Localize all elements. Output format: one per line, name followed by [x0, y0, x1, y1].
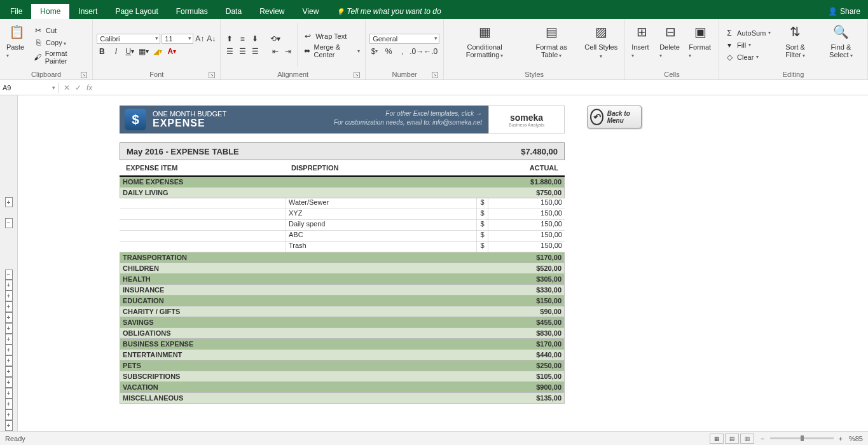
copy-button[interactable]: ⎘Copy [32, 37, 88, 48]
border-button[interactable]: ▦▾ [139, 46, 149, 57]
decrease-font-icon[interactable]: A↓ [206, 34, 216, 44]
insert-cells-button[interactable]: ⊞Insert [629, 20, 654, 69]
wrap-text-button[interactable]: ↩Wrap Text [301, 31, 361, 42]
merge-center-button[interactable]: ⬌Merge & Center [301, 43, 361, 59]
tab-formulas[interactable]: Formulas [167, 4, 217, 19]
category-row[interactable]: SUBSCRIPTIONS$105,00 [120, 371, 565, 382]
detail-row[interactable]: Water/Sewer$150,00 [120, 198, 565, 209]
alignment-dialog-launcher[interactable]: ↘ [354, 72, 360, 78]
outline-expand-button[interactable]: + [5, 377, 13, 388]
category-row[interactable]: BUSINESS EXPENSE$170,00 [120, 339, 565, 350]
page-layout-view-button[interactable]: ▤ [725, 434, 739, 444]
cell-styles-button[interactable]: ▨Cell Styles [581, 20, 621, 69]
category-row[interactable]: TRANSPORTATION$170,00 [120, 252, 565, 263]
outline-expand-button[interactable]: + [5, 280, 13, 291]
category-row[interactable]: CHILDREN$520,00 [120, 263, 565, 274]
outline-expand-button[interactable]: + [5, 399, 13, 409]
outline-expand-button[interactable]: + [5, 312, 13, 323]
back-to-menu-button[interactable]: ↶ Back to Menu [587, 106, 642, 128]
category-row[interactable]: HOME EXPENSES$1.880,00 [120, 177, 565, 188]
autosum-button[interactable]: ΣAutoSum [723, 27, 772, 39]
decrease-decimal-button[interactable]: ←.0 [425, 46, 436, 57]
outline-expand-button[interactable]: + [5, 420, 13, 431]
worksheet-canvas[interactable]: $ ONE MONTH BUDGET EXPENSE For other Exc… [18, 95, 868, 431]
tab-review[interactable]: Review [251, 4, 293, 19]
increase-decimal-button[interactable]: .0→ [411, 46, 422, 57]
increase-font-icon[interactable]: A↑ [195, 34, 205, 44]
tab-home[interactable]: Home [31, 4, 69, 19]
align-right-icon[interactable]: ☰ [250, 46, 260, 57]
outline-expand-button[interactable]: + [5, 334, 13, 345]
format-cells-button[interactable]: ▣Format [686, 20, 715, 69]
tell-me-search[interactable]: Tell me what you want to do [327, 4, 450, 19]
category-row[interactable]: DAILY LIVING$750,00 [120, 188, 565, 198]
category-row[interactable]: ENTERTAINMENT$440,00 [120, 350, 565, 360]
increase-indent-icon[interactable]: ⇥ [283, 46, 293, 57]
outline-collapse-button[interactable]: − [5, 270, 13, 280]
detail-row[interactable]: ABC$150,00 [120, 231, 565, 242]
number-dialog-launcher[interactable]: ↘ [432, 72, 438, 78]
align-left-icon[interactable]: ☰ [224, 46, 235, 57]
tab-file[interactable]: File [1, 4, 31, 19]
detail-row[interactable]: Daily spend$150,00 [120, 220, 565, 231]
paste-button[interactable]: 📋Paste [4, 20, 29, 69]
accounting-format-button[interactable]: $ [369, 46, 380, 57]
percent-format-button[interactable]: % [383, 46, 394, 57]
tab-insert[interactable]: Insert [69, 4, 106, 19]
cut-button[interactable]: ✂Cut [32, 25, 88, 36]
cancel-formula-icon[interactable]: ✕ [64, 83, 70, 92]
align-bottom-icon[interactable]: ⬇ [250, 34, 260, 44]
zoom-out-button[interactable]: − [761, 435, 764, 442]
conditional-formatting-button[interactable]: ▦Conditional Formatting [448, 20, 521, 69]
decrease-indent-icon[interactable]: ⇤ [270, 46, 280, 57]
outline-expand-button[interactable]: + [5, 409, 13, 420]
category-row[interactable]: HEALTH$305,00 [120, 274, 565, 285]
font-size-combo[interactable]: 11 [162, 34, 193, 44]
formula-input[interactable] [97, 81, 868, 93]
italic-button[interactable]: I [111, 46, 121, 57]
detail-row[interactable]: XYZ$150,00 [120, 209, 565, 220]
comma-format-button[interactable]: , [397, 46, 408, 57]
sort-filter-button[interactable]: ⇅Sort & Filter [775, 20, 816, 69]
category-row[interactable]: INSURANCE$330,00 [120, 285, 565, 296]
tab-page-layout[interactable]: Page Layout [106, 4, 167, 19]
underline-button[interactable]: U▾ [125, 46, 135, 57]
category-row[interactable]: EDUCATION$150,00 [120, 296, 565, 306]
font-color-button[interactable]: A▾ [167, 46, 177, 57]
zoom-in-button[interactable]: + [839, 435, 843, 442]
outline-expand-button[interactable]: + [5, 366, 13, 377]
find-select-button[interactable]: 🔍Find & Select [818, 20, 864, 69]
outline-expand-button[interactable]: + [5, 388, 13, 399]
outline-expand-button[interactable]: + [5, 197, 13, 207]
category-row[interactable]: MISCELLANEOUS$135,00 [120, 393, 565, 404]
outline-expand-button[interactable]: + [5, 323, 13, 334]
outline-expand-button[interactable]: + [5, 301, 13, 312]
format-as-table-button[interactable]: ▤Format as Table [524, 20, 579, 69]
fill-button[interactable]: ▾Fill [723, 39, 772, 51]
clear-button[interactable]: ◇Clear [723, 51, 772, 63]
enter-formula-icon[interactable]: ✓ [75, 83, 81, 92]
delete-cells-button[interactable]: ⊟Delete [657, 20, 684, 69]
share-button[interactable]: 👤Share [820, 4, 868, 19]
page-break-view-button[interactable]: ▥ [740, 434, 754, 444]
font-name-combo[interactable]: Calibri [97, 34, 160, 44]
outline-expand-button[interactable]: + [5, 345, 13, 355]
bold-button[interactable]: B [97, 46, 107, 57]
outline-expand-button[interactable]: + [5, 355, 13, 366]
fx-icon[interactable]: fx [86, 83, 92, 92]
category-row[interactable]: OBLIGATIONS$830,00 [120, 328, 565, 339]
category-row[interactable]: VACATION$900,00 [120, 382, 565, 393]
tab-view[interactable]: View [294, 4, 328, 19]
align-center-icon[interactable]: ☰ [237, 46, 247, 57]
name-box[interactable]: A9▾ [0, 83, 59, 93]
category-row[interactable]: PETS$250,00 [120, 360, 565, 371]
normal-view-button[interactable]: ▦ [710, 434, 724, 444]
outline-collapse-button[interactable]: − [5, 218, 13, 228]
clipboard-dialog-launcher[interactable]: ↘ [81, 72, 87, 78]
category-row[interactable]: SAVINGS$455,00 [120, 317, 565, 328]
outline-expand-button[interactable]: + [5, 291, 13, 301]
align-middle-icon[interactable]: ≡ [237, 34, 247, 44]
align-top-icon[interactable]: ⬆ [224, 34, 235, 44]
zoom-slider[interactable] [770, 437, 834, 439]
category-row[interactable]: CHARITY / GIFTS$90,00 [120, 306, 565, 317]
